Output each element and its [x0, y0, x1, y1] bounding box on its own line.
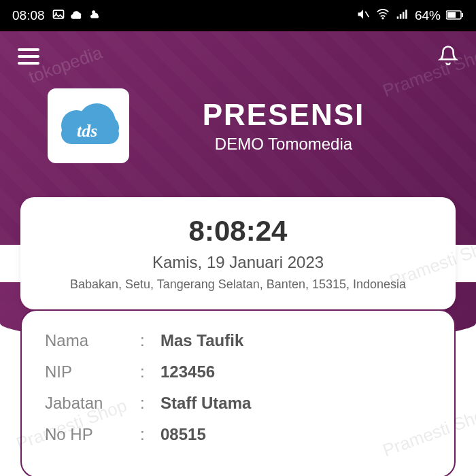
- info-row: No HP : 08515: [45, 425, 431, 444]
- app-logo: tds: [48, 88, 129, 163]
- mute-icon: [356, 7, 370, 24]
- clock-date: Kamis, 19 Januari 2023: [34, 253, 442, 272]
- info-label: Nama: [45, 331, 140, 350]
- info-row: Nama : Mas Taufik: [45, 331, 431, 350]
- svg-rect-5: [397, 16, 399, 18]
- signal-icon: [396, 7, 409, 24]
- page-subtitle: DEMO Tomomedia: [146, 135, 422, 154]
- info-value: 123456: [160, 362, 215, 381]
- notifications-button[interactable]: [438, 45, 458, 68]
- menu-button[interactable]: [18, 48, 39, 65]
- user-info-card: Nama : Mas Taufik NIP : 123456 Jabatan :…: [20, 309, 456, 476]
- image-icon: [52, 7, 65, 24]
- clock-time: 8:08:24: [34, 215, 442, 248]
- info-value: Staff Utama: [160, 394, 251, 413]
- status-bar: 08:08 64%: [0, 0, 476, 31]
- logo-text: tds: [77, 121, 97, 141]
- info-value: 08515: [160, 425, 206, 444]
- svg-rect-10: [447, 12, 456, 18]
- wifi-icon: [375, 7, 390, 24]
- svg-rect-8: [405, 10, 407, 18]
- svg-rect-7: [403, 12, 405, 18]
- clock-location: Babakan, Setu, Tangerang Selatan, Banten…: [34, 277, 442, 292]
- weather-icon: [88, 7, 103, 24]
- info-value: Mas Taufik: [160, 331, 243, 350]
- info-label: NIP: [45, 362, 140, 381]
- info-row: Jabatan : Staff Utama: [45, 394, 431, 413]
- status-time: 08:08: [12, 8, 45, 23]
- svg-rect-6: [400, 14, 402, 19]
- clock-card: 8:08:24 Kamis, 19 Januari 2023 Babakan, …: [20, 197, 456, 309]
- cloud-icon: [69, 7, 84, 24]
- info-row: NIP : 123456: [45, 362, 431, 381]
- svg-point-4: [382, 18, 384, 19]
- info-label: No HP: [45, 425, 140, 444]
- battery-text: 64%: [415, 8, 441, 23]
- info-label: Jabatan: [45, 394, 140, 413]
- page-title: PRESENSI: [146, 98, 422, 132]
- svg-rect-11: [462, 13, 463, 17]
- battery-icon: [446, 8, 464, 23]
- svg-line-3: [365, 11, 369, 16]
